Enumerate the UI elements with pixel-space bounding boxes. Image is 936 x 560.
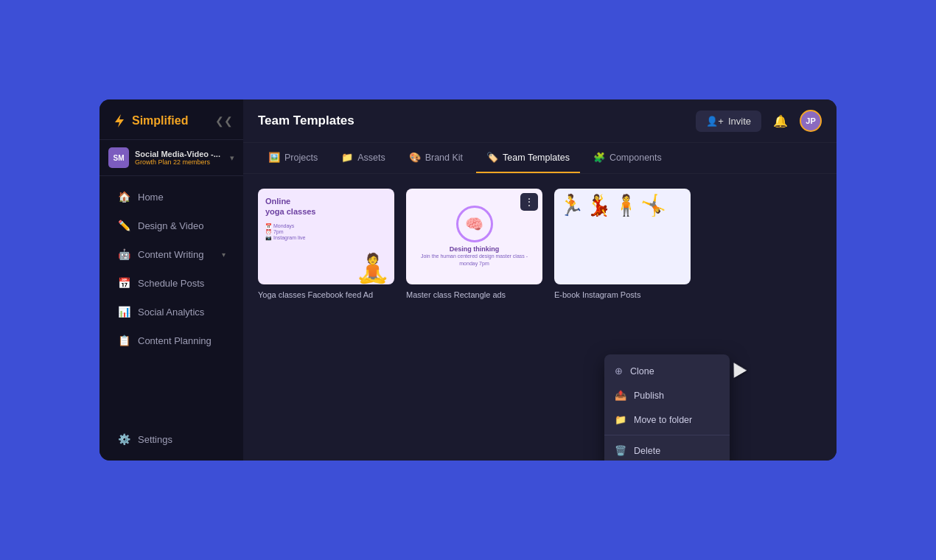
nav-left-content-writing: 🤖 Content Writing [117, 248, 203, 261]
delete-label: Delete [634, 446, 660, 456]
template-card-master-class: ⋮ 🧠 Desing thinking Join the human cente… [406, 189, 542, 299]
card-options-button[interactable]: ⋮ [520, 193, 538, 211]
yoga-figure: 🧘 [355, 252, 390, 284]
sidebar-label-content-writing: Content Writing [138, 249, 203, 260]
delete-icon: 🗑️ [615, 445, 626, 456]
logo: Simplified [111, 113, 188, 129]
workspace-info: Social Media-Video -... Growth Plan 22 m… [135, 150, 224, 166]
template-card-ebook: 🏃 💃 🧍 🤸 E-book Instagram Posts [554, 189, 691, 299]
sidebar-item-design-video[interactable]: ✏️ Design & Video [105, 211, 237, 239]
logo-text: Simplified [132, 114, 188, 127]
context-menu-publish[interactable]: 📤 Publish [604, 383, 730, 407]
publish-icon: 📤 [615, 390, 626, 401]
sidebar: Simplified ❮❮ SM Social Media-Video -...… [99, 99, 243, 461]
sidebar-nav: 🏠 Home ✏️ Design & Video 🤖 Content Writi… [99, 176, 243, 419]
yoga-title: Onlineyoga classes [265, 196, 387, 217]
invite-label: Invite [728, 116, 751, 127]
context-menu-divider [604, 435, 730, 435]
context-menu-delete[interactable]: 🗑️ Delete [604, 438, 730, 461]
card-label-master-class: Master class Rectangle ads [406, 290, 542, 299]
ebook-figure-4: 🤸 [640, 193, 666, 217]
components-tab-icon: 🧩 [593, 152, 605, 163]
projects-tab-icon: 🖼️ [268, 152, 280, 163]
sidebar-label-settings: Settings [138, 434, 172, 445]
ebook-figure-1: 🏃 [559, 193, 584, 217]
workspace-plan: Growth Plan 22 members [135, 158, 224, 166]
sidebar-label-home: Home [138, 192, 164, 203]
cursor-pointer [730, 362, 744, 375]
chevron-down-icon: ▾ [222, 251, 226, 259]
svg-marker-0 [115, 114, 124, 127]
sidebar-label-content-planning: Content Planning [138, 335, 212, 346]
tab-team-templates-label: Team Templates [503, 153, 570, 163]
card-thumbnail-ebook: 🏃 💃 🧍 🤸 [554, 189, 691, 284]
card-thumbnail-yoga: Onlineyoga classes 📅 Mondays⏰ 7pm📷 Insta… [258, 189, 394, 284]
collapse-sidebar-button[interactable]: ❮❮ [215, 115, 233, 127]
invite-button[interactable]: 👤+ Invite [696, 111, 761, 132]
sidebar-item-home[interactable]: 🏠 Home [105, 183, 237, 211]
user-avatar[interactable]: JP [800, 110, 822, 132]
content-planning-icon: 📋 [117, 334, 130, 347]
sidebar-item-schedule-posts[interactable]: 📅 Schedule Posts [105, 269, 237, 297]
topbar-actions: 👤+ Invite 🔔 JP [696, 110, 822, 132]
sidebar-label-schedule-posts: Schedule Posts [138, 278, 204, 289]
user-initials: JP [806, 116, 815, 125]
card-thumbnail-master-class: ⋮ 🧠 Desing thinking Join the human cente… [406, 189, 542, 284]
context-menu-move-to-folder[interactable]: 📁 Move to folder [604, 407, 730, 432]
sidebar-label-social-analytics: Social Analytics [138, 307, 204, 318]
master-class-subtitle: Join the human centered design master cl… [412, 253, 537, 267]
tab-components-label: Components [610, 153, 662, 163]
notifications-button[interactable]: 🔔 [770, 111, 791, 131]
sidebar-label-design-video: Design & Video [138, 220, 203, 231]
brand-kit-tab-icon: 🎨 [409, 152, 421, 163]
master-class-title: Desing thinking [450, 245, 500, 253]
ebook-figures: 🏃 💃 🧍 🤸 [554, 189, 691, 222]
card-label-yoga: Yoga classes Facebook feed Ad [258, 290, 394, 299]
sidebar-item-content-writing[interactable]: 🤖 Content Writing ▾ [105, 240, 237, 268]
sidebar-header: Simplified ❮❮ [99, 99, 243, 140]
settings-icon: ⚙️ [117, 433, 130, 446]
team-templates-tab-icon: 🏷️ [486, 152, 498, 163]
publish-label: Publish [634, 391, 664, 401]
design-video-icon: ✏️ [117, 219, 130, 232]
folder-icon: 📁 [615, 414, 626, 425]
clone-icon: ⊕ [615, 365, 623, 377]
card-label-ebook: E-book Instagram Posts [554, 290, 691, 299]
template-card-yoga: Onlineyoga classes 📅 Mondays⏰ 7pm📷 Insta… [258, 189, 394, 299]
workspace-bar[interactable]: SM Social Media-Video -... Growth Plan 2… [99, 140, 243, 176]
tab-components[interactable]: 🧩 Components [583, 143, 672, 173]
assets-tab-icon: 📁 [341, 152, 353, 163]
ebook-figure-3: 🧍 [613, 193, 639, 217]
content-writing-icon: 🤖 [117, 248, 130, 261]
tab-assets-label: Assets [357, 153, 385, 163]
context-menu-clone[interactable]: ⊕ Clone [604, 359, 730, 383]
sidebar-item-social-analytics[interactable]: 📊 Social Analytics [105, 298, 237, 326]
main-content: Team Templates 👤+ Invite 🔔 JP 🖼️ Project… [243, 99, 837, 461]
cards-grid: Onlineyoga classes 📅 Mondays⏰ 7pm📷 Insta… [258, 189, 822, 299]
ebook-figure-2: 💃 [586, 193, 612, 217]
tab-projects-label: Projects [284, 153, 318, 163]
schedule-posts-icon: 📅 [117, 276, 130, 290]
logo-icon [111, 113, 128, 129]
sidebar-footer: ⚙️ Settings [99, 419, 243, 453]
tab-team-templates[interactable]: 🏷️ Team Templates [476, 143, 580, 173]
invite-icon: 👤+ [706, 116, 724, 127]
tab-brand-kit-label: Brand Kit [425, 153, 463, 163]
sidebar-item-content-planning[interactable]: 📋 Content Planning [105, 326, 237, 354]
workspace-avatar: SM [108, 147, 129, 168]
yoga-details: 📅 Mondays⏰ 7pm📷 Instagram live [265, 223, 387, 241]
workspace-chevron-icon: ▾ [230, 153, 234, 163]
tab-projects[interactable]: 🖼️ Projects [258, 143, 328, 173]
social-analytics-icon: 📊 [117, 305, 130, 318]
context-menu: ⊕ Clone 📤 Publish 📁 Move to folder 🗑️ De… [604, 354, 730, 461]
home-icon: 🏠 [117, 190, 130, 203]
app-window: Simplified ❮❮ SM Social Media-Video -...… [99, 99, 837, 461]
move-to-folder-label: Move to folder [634, 415, 692, 425]
tab-brand-kit[interactable]: 🎨 Brand Kit [399, 143, 473, 173]
tab-assets[interactable]: 📁 Assets [331, 143, 396, 173]
workspace-name: Social Media-Video -... [135, 150, 224, 158]
topbar: Team Templates 👤+ Invite 🔔 JP [243, 99, 837, 143]
content-area: Onlineyoga classes 📅 Mondays⏰ 7pm📷 Insta… [243, 174, 837, 461]
sidebar-item-settings[interactable]: ⚙️ Settings [105, 425, 237, 453]
bell-icon: 🔔 [773, 115, 788, 127]
